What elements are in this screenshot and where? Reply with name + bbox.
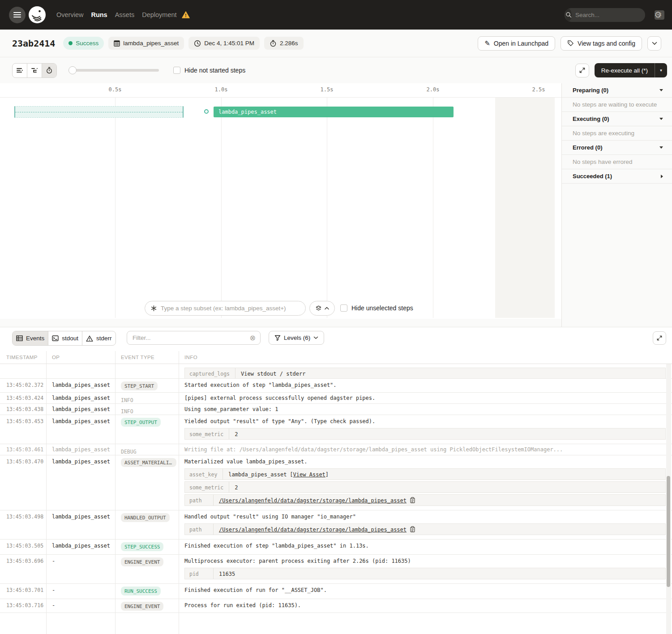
log-info: [pipes] external process successfully op… — [179, 393, 672, 403]
copy-icon[interactable] — [410, 526, 415, 532]
log-scrollbar-thumb[interactable] — [667, 476, 670, 587]
waterfall-view-button[interactable] — [27, 64, 42, 77]
nav-item-deployment[interactable]: Deployment — [142, 11, 176, 18]
log-event-type: ENGINE_EVENT — [116, 599, 179, 613]
log-row[interactable]: 13:45:03.453lambda_pipes_assetSTEP_OUTPU… — [0, 415, 672, 444]
view-asset-link[interactable]: View Asset — [293, 471, 325, 478]
search-icon — [565, 9, 572, 21]
tab-events[interactable]: Events — [13, 331, 48, 345]
open-in-launchpad-button[interactable]: ✎ Open in Launchpad — [478, 36, 555, 51]
tab-stderr[interactable]: stderr — [82, 331, 116, 345]
metadata-entry: asset_keylambda_pipes_asset[View Asset] — [184, 468, 666, 480]
log-event-type: STEP_START — [116, 379, 179, 392]
metadata-key: some_metric — [185, 482, 229, 493]
hide-not-started-checkbox[interactable] — [173, 67, 180, 74]
sidebar-section-empty-message: No steps have errored — [562, 155, 672, 169]
log-row[interactable]: 13:45:03.701-RUN_SUCCESSFinished executi… — [0, 584, 672, 599]
status-dot-icon — [68, 41, 73, 45]
log-timestamp: 13:45:03.498 — [0, 510, 47, 539]
log-row[interactable]: 13:45:03.461lambda_pipes_assetDEBUGWriti… — [0, 444, 672, 455]
nav-item-overview[interactable]: Overview — [56, 11, 83, 18]
event-type-text: INFO — [121, 397, 133, 403]
flat-view-button[interactable] — [13, 64, 27, 77]
path-link[interactable]: /Users/alangenfeld/data/dagster/storage/… — [219, 497, 407, 504]
event-type-text: DEBUG — [121, 449, 137, 455]
timed-view-button[interactable] — [42, 64, 56, 77]
chevron-down-icon — [313, 336, 318, 339]
start-time-tag: Dec 4, 1:45:01 PM — [188, 37, 260, 50]
log-row[interactable]: 13:45:03.696-ENGINE_EVENTMultiprocess ex… — [0, 555, 672, 584]
log-event-type: HANDLED_OUTPUT — [116, 510, 179, 539]
hide-unselected-checkbox[interactable] — [340, 304, 347, 312]
sidebar-section-errored[interactable]: Errored (0) — [562, 141, 672, 155]
step-marker-icon — [204, 109, 209, 114]
global-search[interactable]: / — [565, 8, 645, 22]
metadata-value: 2 — [229, 428, 242, 439]
tag-icon — [567, 40, 574, 47]
log-message: Multiprocess executor: parent process ex… — [184, 558, 672, 564]
log-row[interactable]: 13:45:03.424lambda_pipes_assetINFO[pipes… — [0, 393, 672, 404]
gantt-step-bar[interactable]: lambda_pipes_asset — [214, 107, 454, 117]
event-type-badge: ASSET_MATERIALIZATION — [121, 458, 176, 467]
event-type-text: INFO — [121, 408, 133, 415]
settings-gear-icon[interactable]: ⚙ — [654, 10, 662, 19]
path-link[interactable]: /Users/alangenfeld/data/dagster/storage/… — [219, 527, 407, 533]
logs-fullscreen-button[interactable] — [653, 331, 666, 345]
metadata-value: View stdout / stderr — [235, 368, 310, 378]
metadata-entry: some_metric2 — [184, 481, 666, 493]
log-timestamp — [0, 364, 47, 378]
nav-item-runs[interactable]: Runs — [91, 11, 107, 18]
axis-gridline — [115, 97, 116, 318]
tab-stdout[interactable]: stdout — [48, 331, 82, 345]
search-input[interactable] — [575, 12, 655, 18]
log-filter-box[interactable]: ⊗ — [127, 331, 261, 345]
log-row[interactable]: 13:45:03.438lambda_pipes_assetINFOUsing … — [0, 404, 672, 415]
log-filter-input[interactable] — [133, 334, 250, 341]
log-message: Finished execution of step "lambda_pipes… — [184, 543, 672, 549]
log-timestamp: 13:45:03.470 — [0, 455, 47, 510]
log-timestamp: 13:45:03.461 — [0, 444, 47, 455]
log-row[interactable]: 13:45:03.470lambda_pipes_assetASSET_MATE… — [0, 455, 672, 510]
step-waiting-segment — [14, 106, 184, 118]
log-timestamp: 13:45:03.424 — [0, 393, 47, 403]
graph-query-layers-button[interactable] — [309, 301, 335, 316]
step-subset-inputbox[interactable] — [145, 301, 306, 316]
metadata-value: lambda_pipes_asset[View Asset] — [223, 469, 333, 480]
hamburger-menu-button[interactable] — [9, 7, 26, 23]
sidebar-section-succeeded[interactable]: Succeeded (1) — [562, 169, 672, 184]
reexecute-dropdown-caret[interactable]: ▾ — [655, 63, 667, 77]
gantt-chart: 0.5s1.0s1.5s2.0s2.5s lambda_pipes_asset — [0, 83, 561, 319]
step-subset-input[interactable] — [161, 305, 300, 312]
metadata-key: captured_logs — [185, 368, 235, 378]
log-row[interactable]: 13:45:02.372lambda_pipes_assetSTEP_START… — [0, 379, 672, 393]
view-tags-config-button[interactable]: View tags and config — [561, 36, 642, 51]
log-op: lambda_pipes_asset — [47, 379, 116, 392]
dagster-logo-icon[interactable] — [29, 6, 46, 23]
metadata-entry: path/Users/alangenfeld/data/dagster/stor… — [184, 494, 666, 506]
log-scrollbar[interactable] — [666, 364, 671, 634]
log-event-type: STEP_SUCCESS — [116, 540, 179, 554]
log-event-type: INFO — [116, 393, 179, 403]
sidebar-section-executing[interactable]: Executing (0) — [562, 112, 672, 126]
log-row[interactable]: 13:45:03.505lambda_pipes_assetSTEP_SUCCE… — [0, 540, 672, 555]
axis-gridline — [433, 97, 433, 318]
reexecute-all-button[interactable]: Re-execute all (*) ▾ — [595, 63, 667, 77]
nav-item-assets[interactable]: Assets — [115, 11, 135, 18]
gantt-fullscreen-button[interactable] — [575, 64, 589, 77]
clear-filter-icon[interactable]: ⊗ — [250, 334, 256, 342]
metadata-value: 11635 — [214, 568, 240, 579]
asset-tag[interactable]: lambda_pipes_asset — [108, 37, 184, 50]
gantt-zoom-slider[interactable] — [69, 69, 159, 72]
log-row[interactable]: captured_logsView stdout / stderr — [0, 364, 672, 379]
log-info: Finished execution of step "lambda_pipes… — [179, 540, 672, 554]
slider-thumb[interactable] — [68, 66, 77, 74]
run-actions-chevron-button[interactable] — [647, 36, 661, 51]
sidebar-section-preparing[interactable]: Preparing (0) — [562, 83, 672, 98]
log-info: Writing file at: /Users/alangenfeld/data… — [179, 444, 672, 455]
log-row[interactable]: 13:45:03.498lambda_pipes_assetHANDLED_OU… — [0, 510, 672, 540]
axis-tick-label: 0.5s — [109, 86, 122, 93]
log-levels-dropdown[interactable]: Levels (6) — [269, 331, 324, 345]
column-header-info: INFO — [179, 351, 672, 364]
copy-icon[interactable] — [410, 497, 415, 503]
log-row[interactable]: 13:45:03.716-ENGINE_EVENTProcess for run… — [0, 599, 672, 613]
